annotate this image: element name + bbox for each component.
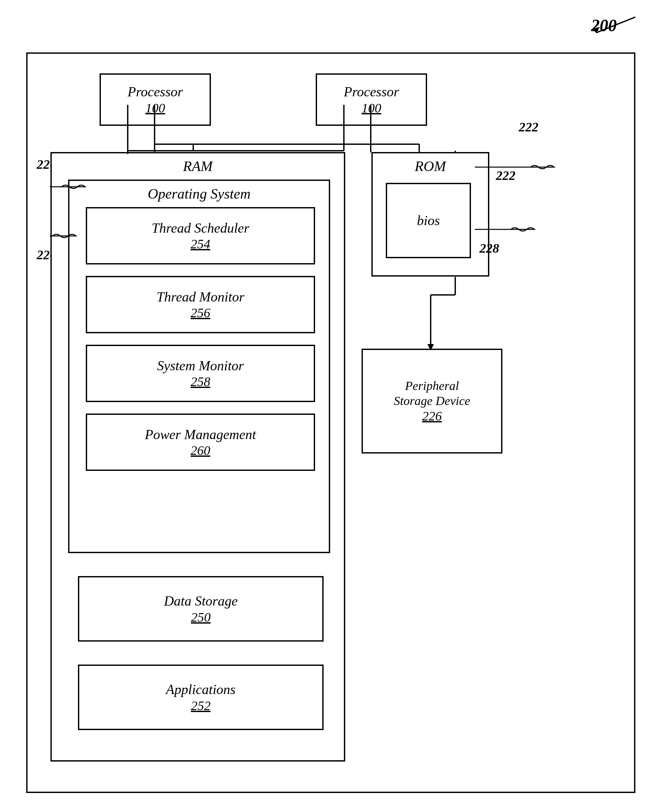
peripheral-number: 226	[422, 408, 442, 424]
rom-label: ROM	[415, 158, 446, 175]
power-management-number: 260	[190, 443, 210, 458]
thread-monitor-number: 256	[190, 305, 210, 321]
processor-left-label: Processor	[128, 84, 183, 100]
bios-box: bios	[386, 183, 471, 258]
processor-left-number: 100	[145, 100, 165, 116]
system-monitor-number: 258	[190, 374, 210, 389]
diagram-number: 200	[591, 16, 617, 35]
peripheral-label: PeripheralStorage Device	[394, 378, 470, 408]
ram-label: RAM	[183, 158, 212, 175]
processor-left-box: Processor 100	[99, 73, 211, 126]
data-storage-label: Data Storage	[164, 593, 237, 609]
processor-right-number: 100	[362, 100, 381, 116]
applications-number: 252	[191, 698, 210, 713]
thread-monitor-box: Thread Monitor 256	[86, 276, 315, 333]
data-storage-number: 250	[191, 609, 210, 625]
power-management-label: Power Management	[145, 426, 256, 443]
rom-box: ROM bios	[371, 152, 489, 277]
bios-label: bios	[417, 212, 440, 229]
applications-box: Applications 252	[78, 665, 323, 730]
thread-scheduler-label: Thread Scheduler	[152, 220, 249, 236]
data-storage-box: Data Storage 250	[78, 576, 323, 642]
thread-scheduler-number: 254	[190, 236, 210, 252]
os-label: Operating System	[148, 186, 251, 202]
peripheral-storage-box: PeripheralStorage Device 226	[362, 349, 503, 454]
thread-scheduler-box: Thread Scheduler 254	[86, 207, 315, 265]
power-management-box: Power Management 260	[86, 414, 315, 471]
label-228: 228	[480, 240, 499, 256]
system-monitor-box: System Monitor 258	[86, 345, 315, 402]
system-monitor-label: System Monitor	[157, 358, 244, 374]
processor-right-box: Processor 100	[316, 73, 427, 126]
os-box: Operating System Thread Scheduler 254 Th…	[68, 180, 330, 553]
processor-right-label: Processor	[344, 84, 399, 100]
label-222-rom: 222	[496, 168, 515, 183]
label-222-top: 222	[519, 119, 538, 135]
thread-monitor-label: Thread Monitor	[156, 289, 244, 305]
main-diagram-box: 226 220 Processor 100 Processor 100 RAM …	[26, 53, 635, 793]
ram-box: RAM Operating System Thread Scheduler 25…	[50, 152, 345, 762]
applications-label: Applications	[166, 681, 235, 697]
